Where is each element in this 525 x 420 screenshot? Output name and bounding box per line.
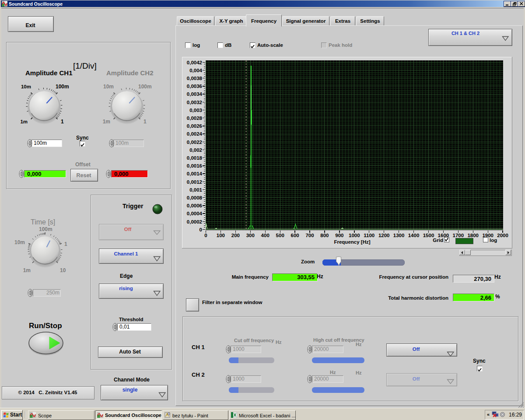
svg-text:900: 900	[335, 233, 343, 238]
svg-text:10m: 10m	[103, 84, 114, 90]
svg-text:100: 100	[217, 233, 225, 238]
svg-text:100m: 100m	[56, 84, 69, 90]
svg-text:2000: 2000	[497, 233, 508, 238]
svg-text:0,0028: 0,0028	[187, 116, 203, 121]
svg-text:1100: 1100	[364, 233, 374, 238]
svg-text:10: 10	[60, 267, 66, 273]
svg-text:1m: 1m	[20, 119, 28, 124]
svg-text:1500: 1500	[423, 233, 434, 238]
svg-text:500: 500	[276, 233, 284, 238]
svg-text:0,004: 0,004	[189, 68, 202, 73]
svg-text:0,0012: 0,0012	[187, 179, 202, 185]
svg-text:700: 700	[305, 233, 314, 238]
svg-text:1m: 1m	[103, 119, 110, 125]
svg-text:0,0026: 0,0026	[187, 123, 202, 129]
svg-text:100m: 100m	[39, 226, 52, 232]
svg-text:10m: 10m	[21, 84, 31, 89]
svg-text:log: log	[490, 238, 497, 243]
svg-text:1600: 1600	[438, 233, 449, 238]
svg-text:400: 400	[261, 233, 270, 238]
svg-text:0,0008: 0,0008	[187, 195, 203, 200]
svg-text:Grid: Grid	[433, 238, 443, 243]
svg-text:0,0006: 0,0006	[187, 203, 202, 208]
svg-text:1: 1	[64, 241, 67, 247]
svg-text:1: 1	[61, 119, 64, 125]
svg-text:0: 0	[200, 227, 202, 232]
svg-text:0: 0	[204, 233, 207, 238]
svg-text:1m: 1m	[23, 267, 31, 273]
svg-text:1900: 1900	[482, 233, 494, 238]
svg-text:0,0032: 0,0032	[187, 100, 202, 105]
svg-text:0,0004: 0,0004	[187, 211, 203, 216]
svg-text:0,0018: 0,0018	[187, 155, 203, 161]
svg-text:300: 300	[246, 233, 255, 238]
svg-text:0,0038: 0,0038	[187, 76, 203, 81]
svg-text:200: 200	[231, 233, 240, 238]
svg-text:1200: 1200	[378, 233, 390, 238]
svg-text:0,001: 0,001	[189, 187, 202, 192]
svg-text:1: 1	[144, 119, 147, 125]
svg-text:Frequency [Hz]: Frequency [Hz]	[334, 239, 370, 245]
svg-text:100m: 100m	[138, 84, 152, 90]
svg-text:1700: 1700	[453, 233, 464, 238]
svg-text:1300: 1300	[393, 233, 405, 238]
svg-text:600: 600	[291, 233, 299, 238]
svg-text:0,0014: 0,0014	[187, 171, 203, 176]
svg-text:800: 800	[320, 233, 329, 238]
svg-text:0,0042: 0,0042	[187, 60, 202, 65]
svg-text:0,0036: 0,0036	[187, 84, 202, 89]
svg-text:0,003: 0,003	[189, 108, 202, 113]
svg-text:0,0002: 0,0002	[187, 219, 202, 224]
svg-text:1400: 1400	[408, 233, 420, 238]
svg-text:0,0022: 0,0022	[187, 140, 202, 145]
svg-text:1800: 1800	[467, 233, 479, 238]
svg-text:0,0024: 0,0024	[187, 131, 203, 136]
svg-text:1000: 1000	[349, 233, 360, 238]
svg-text:0,0034: 0,0034	[187, 91, 203, 97]
svg-text:0,002: 0,002	[189, 147, 202, 153]
svg-text:0,0016: 0,0016	[187, 163, 202, 168]
svg-text:10m: 10m	[14, 239, 25, 245]
